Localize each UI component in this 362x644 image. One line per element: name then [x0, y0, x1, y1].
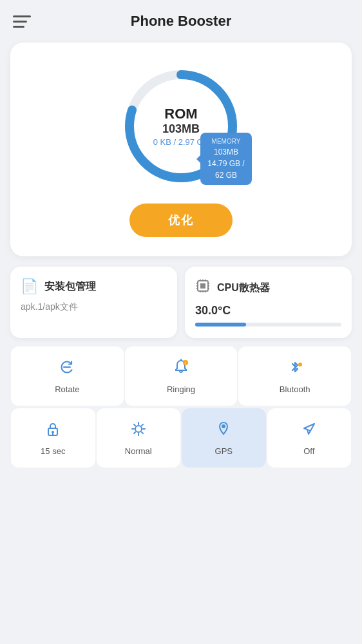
- plane-icon: [300, 420, 318, 442]
- off-label: Off: [303, 446, 314, 456]
- menu-line-3: [13, 26, 24, 28]
- normal-label: Normal: [125, 446, 152, 456]
- gps-label: GPS: [215, 446, 233, 456]
- package-card-header: 📄 安装包管理: [21, 278, 167, 295]
- menu-line-1: [13, 15, 31, 17]
- svg-point-20: [298, 363, 302, 366]
- toggle-bluetooth[interactable]: Blutooth: [238, 346, 351, 406]
- toggle-off[interactable]: Off: [267, 408, 352, 468]
- cpu-card-header: CPU散热器: [195, 278, 341, 298]
- memory-tooltip: MEMORY 103MB 14.79 GB / ‍‍‍‍‍‍62 GB: [200, 133, 252, 185]
- menu-icon[interactable]: [13, 15, 31, 28]
- tooltip-size: 103MB: [207, 146, 245, 158]
- page-title: Phone Booster: [131, 13, 231, 30]
- ringing-label: Ringing: [167, 384, 195, 394]
- cpu-card[interactable]: CPU散热器 30.0°C: [185, 267, 352, 338]
- rotate-label: Rotate: [55, 384, 79, 394]
- cpu-temp: 30.0°C: [195, 304, 341, 317]
- toggle-rotate[interactable]: Rotate: [11, 346, 124, 406]
- ringing-icon: !: [172, 358, 190, 381]
- temp-bar-bg: [195, 323, 341, 327]
- svg-rect-3: [200, 283, 205, 289]
- cpu-icon: [195, 278, 211, 298]
- svg-point-33: [222, 424, 225, 428]
- svg-line-29: [134, 424, 135, 426]
- toggle-row-1: Rotate ! Ringing B: [10, 346, 352, 406]
- package-manager-card[interactable]: 📄 安装包管理 apk.1/apk文件: [10, 267, 177, 338]
- temp-bar-fill: [195, 323, 246, 327]
- gps-icon: [214, 420, 233, 442]
- toggle-grid: Rotate ! Ringing B: [10, 346, 352, 468]
- rom-card: ROM 103MB 0 KB / 2.97 GB MEMORY 103MB 14…: [10, 43, 352, 256]
- svg-line-32: [134, 432, 135, 433]
- svg-text:!: !: [185, 361, 186, 365]
- cpu-title: CPU散热器: [217, 281, 270, 295]
- package-subtitle: apk.1/apk文件: [21, 301, 167, 313]
- rotate-icon: [58, 358, 76, 381]
- toggle-row-2: 15 sec Normal: [10, 408, 352, 468]
- rom-circle: ROM 103MB 0 KB / 2.97 GB MEMORY 103MB 14…: [117, 62, 245, 191]
- rom-size: 103MB: [153, 122, 209, 136]
- lock-icon: [44, 420, 62, 442]
- info-cards-row: 📄 安装包管理 apk.1/apk文件: [10, 267, 352, 338]
- sun-icon: [129, 420, 148, 442]
- toggle-15sec[interactable]: 15 sec: [11, 408, 95, 468]
- svg-point-24: [135, 426, 142, 432]
- 15sec-label: 15 sec: [41, 446, 65, 456]
- svg-line-30: [142, 432, 143, 433]
- toggle-normal[interactable]: Normal: [97, 408, 181, 468]
- bluetooth-label: Blutooth: [280, 384, 310, 394]
- tooltip-total: ‍‍‍‍‍‍62 GB: [207, 169, 245, 181]
- toggle-gps[interactable]: GPS: [182, 408, 266, 468]
- tooltip-title: MEMORY: [207, 137, 245, 146]
- header: Phone Booster: [0, 0, 362, 36]
- tooltip-detail: 14.79 GB /: [207, 158, 245, 169]
- package-title: 安装包管理: [44, 280, 96, 294]
- package-icon: 📄: [21, 278, 38, 295]
- toggle-ringing[interactable]: ! Ringing: [125, 346, 238, 406]
- svg-line-31: [142, 424, 143, 426]
- rom-label: ROM: [153, 106, 209, 122]
- optimize-button[interactable]: 优化: [129, 204, 233, 237]
- bluetooth-icon: [286, 358, 304, 381]
- menu-line-2: [13, 21, 27, 23]
